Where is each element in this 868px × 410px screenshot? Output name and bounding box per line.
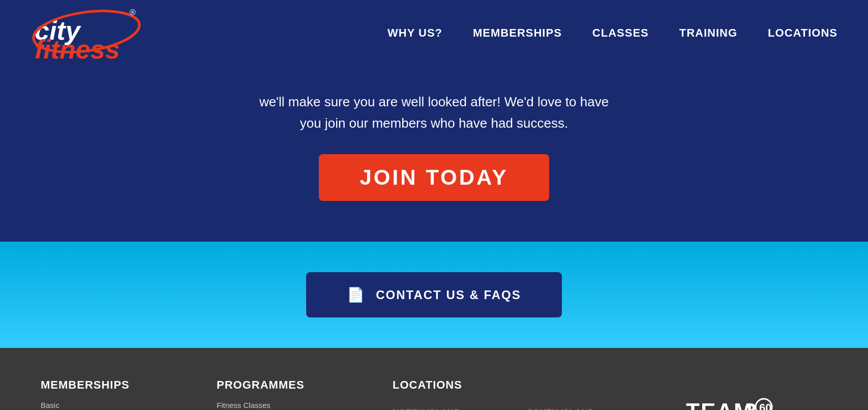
footer-col-programmes: PROGRAMMES Fitness Classes Training Prog… [217, 378, 393, 410]
svg-text:60: 60 [759, 401, 771, 410]
north-island-col: NORTH ISLAND Auckland Hamilton New Plymo… [393, 401, 507, 410]
footer: MEMBERSHIPS Basic Black Card Premium MEM… [0, 348, 868, 410]
locations-heading: LOCATIONS [393, 378, 641, 392]
footer-link-fitness-classes[interactable]: Fitness Classes [217, 401, 382, 409]
north-island-heading: NORTH ISLAND [393, 408, 507, 410]
south-island-heading: SOUTH ISLAND [527, 408, 642, 410]
main-nav: WHY US? MEMBERSHIPS CLASSES TRAINING LOC… [387, 26, 837, 40]
hero-text: we'll make sure you are well looked afte… [259, 92, 609, 134]
south-island-col: SOUTH ISLAND Moorhouse Northwood Blenhei… [527, 401, 642, 410]
footer-link-basic[interactable]: Basic [41, 401, 206, 409]
programmes-heading: PROGRAMMES [217, 378, 382, 392]
contact-label: CONTACT US & FAQS [376, 288, 521, 302]
join-today-button[interactable]: JOIN TODAY [319, 154, 549, 201]
footer-col-locations: LOCATIONS NORTH ISLAND Auckland Hamilton… [393, 378, 651, 410]
contact-icon: 📄 [347, 286, 366, 303]
nav-memberships[interactable]: MEMBERSHIPS [473, 26, 562, 40]
contact-faqs-button[interactable]: 📄 CONTACT US & FAQS [306, 272, 562, 317]
nav-why-us[interactable]: WHY US? [387, 26, 442, 40]
hero-section: we'll make sure you are well looked afte… [0, 66, 868, 242]
footer-col-memberships: MEMBERSHIPS Basic Black Card Premium MEM… [41, 378, 217, 410]
memberships-heading: MEMBERSHIPS [41, 378, 206, 392]
header: city fitness ® WHY US? MEMBERSHIPS CLASS… [0, 0, 868, 66]
team360-logo: TEAM 3 60 Personal Training Education [651, 389, 817, 410]
nav-classes[interactable]: CLASSES [592, 26, 649, 40]
locations-inner: NORTH ISLAND Auckland Hamilton New Plymo… [393, 401, 641, 410]
logo[interactable]: city fitness ® [31, 5, 142, 61]
nav-locations[interactable]: LOCATIONS [768, 26, 837, 40]
footer-col-team360: TEAM 3 60 Personal Training Education f … [651, 378, 827, 410]
svg-text:®: ® [130, 8, 136, 17]
svg-text:TEAM: TEAM [686, 399, 754, 410]
contact-section: 📄 CONTACT US & FAQS [0, 242, 868, 348]
nav-training[interactable]: TRAINING [679, 26, 737, 40]
